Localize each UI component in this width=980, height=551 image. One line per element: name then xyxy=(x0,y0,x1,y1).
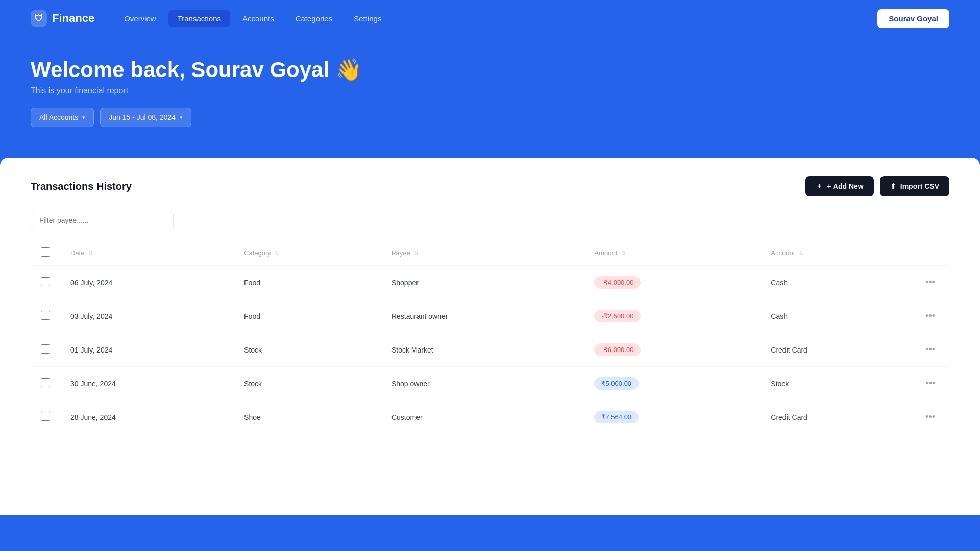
navbar-left: 🛡 Finance Overview Transactions Accounts… xyxy=(31,10,390,27)
hero-greeting: Welcome back, Sourav Goyal 👋 xyxy=(31,57,949,82)
row-amount: -₹6,000.00 xyxy=(584,333,761,367)
add-icon: ＋ xyxy=(816,182,823,191)
row-checkbox-cell xyxy=(31,299,60,333)
amount-badge: -₹4,000.00 xyxy=(594,276,641,289)
row-category: Stock xyxy=(234,333,381,367)
row-actions: ••• xyxy=(911,367,949,400)
accounts-filter[interactable]: All Accounts ▾ xyxy=(31,108,94,127)
row-payee: Customer xyxy=(381,400,584,434)
nav-categories[interactable]: Categories xyxy=(286,10,342,27)
table-header-row: Date ⇅ Category ⇅ Payee ⇅ Amount ⇅ Accou… xyxy=(31,240,949,266)
row-date: 30 June, 2024 xyxy=(60,367,234,400)
filter-input-wrap xyxy=(31,211,949,230)
row-actions: ••• xyxy=(911,299,949,333)
row-payee: Shop owner xyxy=(381,367,584,400)
row-category: Food xyxy=(234,299,381,333)
row-date: 01 July, 2024 xyxy=(60,333,234,367)
table-row: 30 June, 2024 Stock Shop owner ₹5,000.00… xyxy=(31,367,949,400)
row-checkbox-cell xyxy=(31,266,60,299)
navbar: 🛡 Finance Overview Transactions Accounts… xyxy=(0,0,980,37)
row-account: Cash xyxy=(761,266,911,299)
amount-badge: -₹6,000.00 xyxy=(594,343,641,356)
row-amount: ₹5,000.00 xyxy=(584,367,761,400)
row-category: Food xyxy=(234,266,381,299)
card-header: Transactions History ＋ + Add New ⬆ Impor… xyxy=(31,176,949,196)
row-date: 28 June, 2024 xyxy=(60,400,234,434)
select-all-checkbox[interactable] xyxy=(41,247,50,257)
row-checkbox-cell xyxy=(31,367,60,400)
filter-payee-input[interactable] xyxy=(31,211,174,230)
header-checkbox-cell xyxy=(31,240,60,266)
add-new-label: + Add New xyxy=(827,182,863,190)
row-amount: -₹2,500.00 xyxy=(584,299,761,333)
row-account: Cash xyxy=(761,299,911,333)
add-new-button[interactable]: ＋ + Add New xyxy=(805,176,873,196)
row-date: 03 July, 2024 xyxy=(60,299,234,333)
row-checkbox[interactable] xyxy=(41,277,50,286)
accounts-filter-label: All Accounts xyxy=(39,113,78,121)
row-actions: ••• xyxy=(911,400,949,434)
amount-badge: -₹2,500.00 xyxy=(594,310,641,322)
date-range-chevron: ▾ xyxy=(180,114,183,121)
col-account: Account ⇅ xyxy=(761,240,911,266)
import-label: Import CSV xyxy=(900,182,939,190)
row-amount: -₹4,000.00 xyxy=(584,266,761,299)
row-checkbox[interactable] xyxy=(41,344,50,354)
table-row: 28 June, 2024 Shoe Customer ₹7,564.00 Cr… xyxy=(31,400,949,434)
transactions-table: Date ⇅ Category ⇅ Payee ⇅ Amount ⇅ Accou… xyxy=(31,240,949,434)
row-account: Credit Card xyxy=(761,333,911,367)
payee-sort-icon[interactable]: ⇅ xyxy=(414,250,419,257)
import-icon: ⬆ xyxy=(890,182,896,190)
amount-badge: ₹5,000.00 xyxy=(594,377,639,390)
table-head: Date ⇅ Category ⇅ Payee ⇅ Amount ⇅ Accou… xyxy=(31,240,949,266)
hero-subtitle: This is your financial report xyxy=(31,86,949,95)
transactions-title: Transactions History xyxy=(31,181,132,192)
brand: 🛡 Finance xyxy=(31,10,94,27)
row-category: Shoe xyxy=(234,400,381,434)
category-sort-icon[interactable]: ⇅ xyxy=(275,250,279,257)
hero-filters: All Accounts ▾ Jun 15 - Jul 08, 2024 ▾ xyxy=(31,108,949,127)
amount-sort-icon[interactable]: ⇅ xyxy=(621,250,626,257)
main-card: Transactions History ＋ + Add New ⬆ Impor… xyxy=(0,158,980,515)
row-checkbox[interactable] xyxy=(41,378,50,387)
row-payee: Shopper xyxy=(381,266,584,299)
hero-section: Welcome back, Sourav Goyal 👋 This is you… xyxy=(0,37,980,158)
more-options-button[interactable]: ••• xyxy=(921,275,939,290)
table-row: 01 July, 2024 Stock Stock Market -₹6,000… xyxy=(31,333,949,367)
nav-transactions[interactable]: Transactions xyxy=(168,10,230,27)
row-account: Stock xyxy=(761,367,911,400)
row-checkbox[interactable] xyxy=(41,412,50,421)
more-options-button[interactable]: ••• xyxy=(921,376,939,391)
user-button[interactable]: Sourav Goyal xyxy=(877,9,949,28)
col-amount: Amount ⇅ xyxy=(584,240,761,266)
row-date: 06 July, 2024 xyxy=(60,266,234,299)
row-actions: ••• xyxy=(911,333,949,367)
more-options-button[interactable]: ••• xyxy=(921,410,939,424)
import-csv-button[interactable]: ⬆ Import CSV xyxy=(880,176,949,196)
row-amount: ₹7,564.00 xyxy=(584,400,761,434)
nav-accounts[interactable]: Accounts xyxy=(233,10,283,27)
row-checkbox[interactable] xyxy=(41,311,50,320)
date-range-label: Jun 15 - Jul 08, 2024 xyxy=(109,113,176,121)
table-row: 06 July, 2024 Food Shopper -₹4,000.00 Ca… xyxy=(31,266,949,299)
brand-name: Finance xyxy=(52,12,94,25)
nav-overview[interactable]: Overview xyxy=(115,10,165,27)
row-account: Credit Card xyxy=(761,400,911,434)
nav-links: Overview Transactions Accounts Categorie… xyxy=(115,10,390,27)
row-checkbox-cell xyxy=(31,333,60,367)
more-options-button[interactable]: ••• xyxy=(921,342,939,357)
account-sort-icon[interactable]: ⇅ xyxy=(799,250,803,257)
brand-icon: 🛡 xyxy=(31,10,47,27)
row-category: Stock xyxy=(234,367,381,400)
date-range-filter[interactable]: Jun 15 - Jul 08, 2024 ▾ xyxy=(100,108,191,127)
col-payee: Payee ⇅ xyxy=(381,240,584,266)
nav-settings[interactable]: Settings xyxy=(345,10,390,27)
col-actions xyxy=(911,240,949,266)
card-actions: ＋ + Add New ⬆ Import CSV xyxy=(805,176,949,196)
col-category: Category ⇅ xyxy=(234,240,381,266)
row-checkbox-cell xyxy=(31,400,60,434)
more-options-button[interactable]: ••• xyxy=(921,309,939,323)
date-sort-icon[interactable]: ⇅ xyxy=(88,250,93,257)
accounts-filter-chevron: ▾ xyxy=(82,114,85,121)
amount-badge: ₹7,564.00 xyxy=(594,411,639,423)
